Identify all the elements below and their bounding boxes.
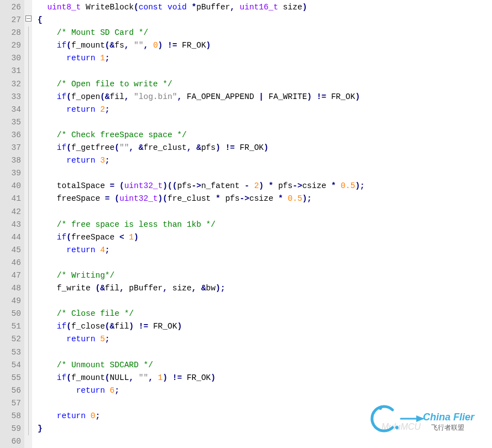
line-number: 53 — [0, 346, 21, 359]
code-line — [38, 397, 492, 410]
line-number: 54 — [0, 359, 21, 372]
line-number: 38 — [0, 154, 21, 167]
fold-margin — [24, 0, 32, 448]
line-number: 27 — [0, 14, 21, 27]
code-line: totalSpace = (uint32_t)((pfs->n_fatent -… — [38, 180, 492, 192]
code-line: freeSpace = (uint32_t)(fre_clust * pfs->… — [38, 192, 492, 205]
code-editor: 2627282930313233343536373839404142434445… — [0, 0, 492, 448]
line-number: 32 — [0, 78, 21, 91]
line-number: 52 — [0, 333, 21, 346]
code-line: if(f_getfree("", &fre_clust, &pfs) != FR… — [38, 142, 492, 154]
line-number: 35 — [0, 116, 21, 129]
line-number: 36 — [0, 129, 21, 142]
code-line: return 4; — [38, 244, 492, 257]
code-line: uint8_t WriteBlock(const void *pBuffer, … — [38, 1, 492, 14]
code-line: /* Close file */ — [38, 308, 492, 320]
code-line — [38, 257, 492, 269]
code-line: { — [38, 14, 492, 27]
line-number: 44 — [0, 231, 21, 244]
line-number: 59 — [0, 423, 21, 435]
line-number: 47 — [0, 269, 21, 282]
code-line: return 0; — [38, 410, 492, 423]
line-number: 50 — [0, 308, 21, 320]
line-number: 49 — [0, 295, 21, 308]
code-line: if(freeSpace < 1) — [38, 231, 492, 244]
line-number: 43 — [0, 218, 21, 231]
code-area: uint8_t WriteBlock(const void *pBuffer, … — [32, 0, 492, 448]
line-number: 30 — [0, 52, 21, 65]
line-number: 34 — [0, 103, 21, 116]
line-number: 37 — [0, 142, 21, 154]
code-line: /* Writing*/ — [38, 269, 492, 282]
code-line — [38, 65, 492, 77]
line-number: 55 — [0, 372, 21, 384]
code-line: /* Check freeSpace space */ — [38, 129, 492, 142]
line-number: 51 — [0, 320, 21, 333]
line-number: 28 — [0, 27, 21, 39]
line-number: 42 — [0, 206, 21, 218]
line-number: 60 — [0, 435, 21, 448]
code-line — [38, 116, 492, 129]
code-line: if(f_mount(&fs, "", 0) != FR_OK) — [38, 39, 492, 52]
code-line: /* Unmount SDCARD */ — [38, 359, 492, 372]
code-line — [38, 346, 492, 359]
code-line: return 1; — [38, 52, 492, 65]
code-line: /* Open file to write */ — [38, 78, 492, 91]
code-line: } — [38, 423, 492, 435]
line-number: 58 — [0, 410, 21, 423]
line-number: 39 — [0, 167, 21, 180]
code-line: return 3; — [38, 154, 492, 167]
fold-toggle-icon[interactable] — [25, 15, 32, 22]
code-line: return 2; — [38, 103, 492, 116]
code-line: if(f_mount(NULL, "", 1) != FR_OK) — [38, 372, 492, 384]
code-line — [38, 206, 492, 218]
code-line: f_write (&fil, pBuffer, size, &bw); — [38, 282, 492, 295]
line-number: 57 — [0, 397, 21, 410]
code-line: /* Mount SD Card */ — [38, 27, 492, 39]
line-number: 45 — [0, 244, 21, 257]
line-number: 56 — [0, 384, 21, 397]
code-line: if(f_close(&fil) != FR_OK) — [38, 320, 492, 333]
line-number: 31 — [0, 65, 21, 77]
code-line: return 6; — [38, 384, 492, 397]
code-line: return 5; — [38, 333, 492, 346]
line-number: 26 — [0, 1, 21, 14]
code-line — [38, 295, 492, 308]
line-number: 40 — [0, 180, 21, 192]
line-number: 41 — [0, 192, 21, 205]
line-number: 48 — [0, 282, 21, 295]
line-number: 33 — [0, 91, 21, 103]
line-number: 46 — [0, 257, 21, 269]
code-line — [38, 435, 492, 448]
code-line: /* free space is less than 1kb */ — [38, 218, 492, 231]
line-number-gutter: 2627282930313233343536373839404142434445… — [0, 0, 24, 448]
code-line: if(f_open(&fil, "log.bin", FA_OPEN_APPEN… — [38, 91, 492, 103]
code-line — [38, 167, 492, 180]
line-number: 29 — [0, 39, 21, 52]
